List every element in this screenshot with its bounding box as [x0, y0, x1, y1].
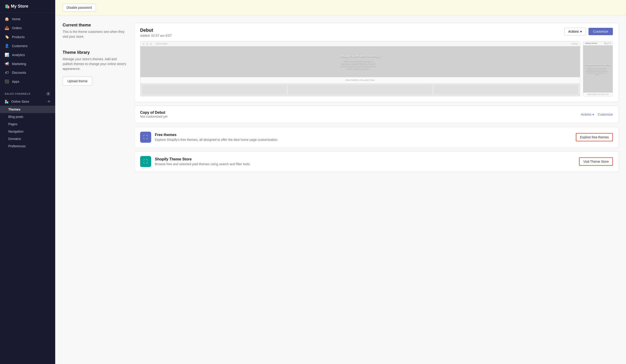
sidebar-item-analytics-label: Analytics	[12, 53, 25, 57]
sidebar-logo: 🛍️ My Store	[0, 0, 55, 13]
pages-label: Pages	[8, 122, 17, 126]
home-icon: 🏠	[5, 17, 9, 21]
products-icon: 🏷️	[5, 35, 9, 39]
copy-of-debut-card: Copy of Debut Not customized yet Actions…	[134, 106, 619, 123]
password-banner: Disable password	[55, 0, 626, 15]
chevron-down-icon: ▾	[580, 30, 582, 33]
customize-button[interactable]: Customize	[588, 28, 613, 35]
theme-card-actions: Actions ▾ Customize	[564, 28, 613, 35]
upload-theme-button[interactable]: Upload theme	[63, 77, 92, 86]
theme-library-desc: Manage your store's themes. Add and publ…	[63, 57, 127, 71]
theme-store-title: Shopify Theme Store	[155, 157, 575, 161]
chevron-down-icon-copy: ▾	[592, 113, 594, 116]
main-content: Disable password Current theme This is t…	[55, 0, 626, 364]
desktop-preview: AVADA-DEMO Catalog Image with text overl…	[140, 41, 580, 96]
analytics-icon: 📊	[5, 53, 9, 57]
actions-dropdown-button[interactable]: Actions ▾	[564, 28, 586, 35]
free-themes-text: Free themes Explore Shopify's free theme…	[155, 133, 572, 141]
preview-overlay-desc: Use overlay text to give your customers …	[340, 60, 377, 70]
free-themes-title: Free themes	[155, 133, 572, 137]
preview-product-3	[434, 85, 578, 94]
preview-overlay-content: Image with text overlay Use overlay text…	[340, 54, 380, 70]
marketing-icon: 📢	[5, 62, 9, 66]
free-themes-card: ⛶ Free themes Explore Shopify's free the…	[134, 127, 619, 148]
discounts-icon: 🏷	[5, 70, 9, 75]
sidebar-item-products[interactable]: 🏷️ Products	[0, 33, 55, 41]
domains-label: Domains	[8, 137, 21, 141]
preview-product-1	[142, 85, 287, 94]
theme-preview: AVADA-DEMO Catalog Image with text overl…	[135, 41, 618, 102]
visit-theme-store-button[interactable]: Visit Theme Store	[579, 157, 613, 166]
sidebar-item-marketing[interactable]: 📢 Marketing	[0, 59, 55, 68]
sidebar-sub-item-themes[interactable]: Themes	[0, 106, 55, 113]
orders-icon: 📥	[5, 26, 9, 30]
sidebar-item-online-store[interactable]: 🏪 Online Store 👁	[0, 98, 55, 106]
sidebar-item-analytics[interactable]: 📊 Analytics	[0, 50, 55, 59]
free-themes-desc: Explore Shopify's free themes, all desig…	[155, 138, 572, 141]
customers-icon: 👤	[5, 44, 9, 48]
disable-password-button[interactable]: Disable password	[63, 4, 96, 11]
theme-name: Debut	[140, 28, 172, 33]
preview-mobile-bar: AVADA-DEMO 🔍 🛒 ≡	[583, 41, 613, 45]
preview-dot-2	[146, 43, 148, 45]
preview-site-name-desktop: AVADA-DEMO	[156, 43, 168, 45]
explore-free-themes-button[interactable]: Explore free themes	[576, 133, 613, 141]
sidebar-item-discounts[interactable]: 🏷 Discounts	[0, 68, 55, 77]
preview-nav-desktop: Catalog	[571, 43, 578, 45]
current-theme-title: Current theme	[63, 23, 127, 28]
theme-store-icon: ⛶	[140, 156, 151, 167]
current-theme-card: Debut Added: 02:57 am EST Actions ▾ Cust…	[134, 23, 619, 102]
sidebar-sub-item-domains[interactable]: Domains	[0, 135, 55, 142]
preview-product-2	[288, 85, 432, 94]
copy-theme-status: Not customized yet	[140, 115, 167, 118]
apps-icon: ⬛	[5, 79, 9, 84]
sidebar-item-customers[interactable]: 👤 Customers	[0, 41, 55, 50]
sidebar: 🛍️ My Store 🏠 Home 📥 Orders 🏷️ Products …	[0, 0, 55, 364]
sidebar-item-orders-label: Orders	[12, 26, 22, 30]
copy-customize-link[interactable]: Customize	[598, 113, 613, 116]
mobile-preview: AVADA-DEMO 🔍 🛒 ≡ Image with text overlay…	[583, 41, 613, 96]
copy-actions-label: Actions	[581, 113, 591, 116]
page-body: Current theme This is the theme customer…	[55, 15, 626, 179]
sidebar-item-discounts-label: Discounts	[12, 71, 26, 74]
preview-mobile-featured-label: FEATURED COLLECTION	[583, 93, 613, 96]
preview-site-name-mobile: AVADA-DEMO	[585, 42, 597, 44]
theme-library-title: Theme library	[63, 50, 127, 55]
theme-store-desc: Browse free and selected paid themes usi…	[155, 162, 575, 166]
online-store-icon: 🏪	[5, 100, 8, 103]
preview-desktop-body: Image with text overlay Use overlay text…	[140, 46, 580, 77]
blog-posts-label: Blog posts	[8, 115, 23, 119]
left-panel: Current theme This is the theme customer…	[63, 23, 127, 172]
sidebar-item-home[interactable]: 🏠 Home	[0, 14, 55, 23]
sidebar-nav: 🏠 Home 📥 Orders 🏷️ Products 👤 Customers …	[0, 13, 55, 88]
preferences-label: Preferences	[8, 144, 26, 148]
copy-theme-name: Copy of Debut	[140, 110, 167, 115]
theme-info: Debut Added: 02:57 am EST	[140, 28, 172, 37]
sidebar-sub-item-preferences[interactable]: Preferences	[0, 142, 55, 150]
sidebar-sub-item-navigation[interactable]: Navigation	[0, 128, 55, 135]
theme-store-text: Shopify Theme Store Browse free and sele…	[155, 157, 575, 166]
sidebar-sub-item-pages[interactable]: Pages	[0, 120, 55, 128]
preview-dot-1	[143, 43, 145, 45]
sidebar-item-products-label: Products	[12, 35, 25, 39]
copy-theme-actions: Actions ▾ Customize	[581, 113, 613, 116]
sidebar-item-home-label: Home	[12, 17, 20, 21]
preview-mobile-overlay-desc: Use overlay text to give your customers …	[585, 67, 608, 75]
preview-mobile-overlay-content: Image with text overlay Use overlay text…	[585, 64, 611, 75]
sidebar-item-apps-label: Apps	[12, 80, 19, 83]
add-sales-channel-button[interactable]: +	[46, 92, 51, 96]
eye-icon[interactable]: 👁	[47, 100, 51, 103]
preview-mobile-icons: 🔍 🛒 ≡	[604, 42, 611, 44]
preview-featured-label: FEATURED COLLECTION	[140, 77, 580, 83]
preview-overlay-title: Image with text overlay	[340, 54, 380, 58]
copy-actions-link[interactable]: Actions ▾	[581, 113, 594, 116]
sidebar-item-apps[interactable]: ⬛ Apps	[0, 77, 55, 86]
theme-store-card: ⛶ Shopify Theme Store Browse free and se…	[134, 151, 619, 172]
current-theme-desc: This is the theme customers see when the…	[63, 30, 127, 39]
sidebar-sub-item-blog-posts[interactable]: Blog posts	[0, 113, 55, 120]
theme-card-header: Debut Added: 02:57 am EST Actions ▾ Cust…	[135, 23, 618, 41]
sidebar-item-customers-label: Customers	[12, 44, 28, 48]
sidebar-item-orders[interactable]: 📥 Orders	[0, 23, 55, 33]
theme-date: Added: 02:57 am EST	[140, 34, 172, 37]
preview-desktop-bar: AVADA-DEMO Catalog	[140, 41, 580, 46]
